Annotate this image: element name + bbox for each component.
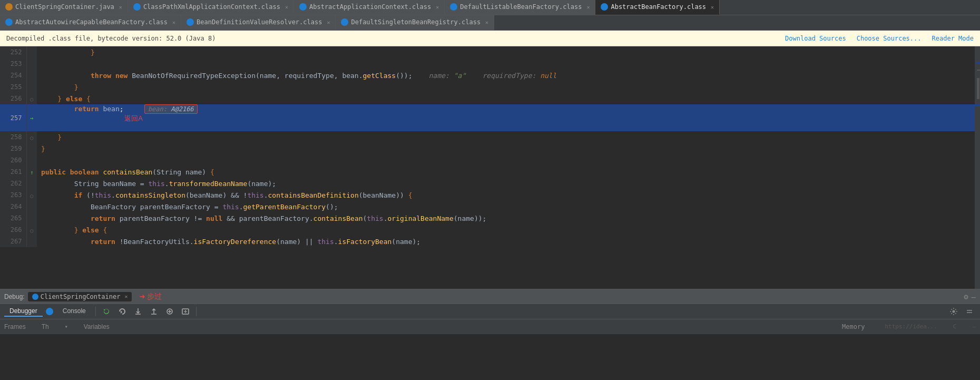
nav-forward[interactable]: — — [972, 323, 976, 330]
tab-abstractapp[interactable]: AbstractApplicationContext.class ✕ — [294, 0, 445, 15]
line-number: 255 — [0, 81, 26, 93]
download-sources-link[interactable]: Download Sources — [785, 35, 846, 42]
session-close[interactable]: ✕ — [124, 294, 128, 299]
line-content: return parentBeanFactory != null && pare… — [37, 212, 980, 224]
tab-defaultsingleton[interactable]: DefaultSingletonBeanRegistry.class ✕ — [336, 15, 494, 30]
info-bar-actions: Download Sources Choose Sources... Reade… — [785, 35, 974, 42]
tab-abstractautowire[interactable]: AbstractAutowireCapableBeanFactory.class… — [0, 15, 181, 30]
tab-abstractbean[interactable]: AbstractBeanFactory.class ✕ — [595, 0, 720, 15]
line-gutter: ○ — [26, 224, 37, 236]
line-gutter — [26, 212, 37, 224]
line-number: 254 — [0, 70, 26, 81]
tab-close-btn[interactable]: ✕ — [285, 4, 288, 10]
line-gutter — [26, 46, 37, 58]
reader-mode-link[interactable]: Reader Mode — [932, 35, 974, 42]
scrollbar-thumb[interactable] — [977, 78, 979, 99]
frames-header: Frames — [4, 323, 26, 330]
line-gutter: ○ — [26, 93, 37, 104]
line-gutter: ↑ — [26, 166, 37, 178]
debug-label: Debug: — [4, 293, 25, 300]
table-row: 256 ○ } else { — [0, 93, 980, 104]
variables-header: Variables — [84, 323, 110, 330]
scroll-position-marker — [975, 104, 980, 106]
line-gutter — [26, 81, 37, 93]
debug-toolbar: Debugger Console — [0, 304, 980, 319]
stepover-label: 步过 — [147, 292, 162, 301]
line-number: 253 — [0, 58, 26, 70]
tab-close-btn[interactable]: ✕ — [586, 4, 590, 10]
class-file-icon — [450, 3, 457, 11]
line-number: 259 — [0, 143, 26, 154]
table-row: 265 return parentBeanFactory != null && … — [0, 212, 980, 224]
table-row-highlighted: 257 → return bean; bean: A@2166 返回A — [0, 104, 980, 131]
settings-btn[interactable] — [947, 306, 960, 317]
svg-point-2 — [953, 310, 955, 313]
minimize-icon[interactable]: — — [972, 293, 976, 301]
step-restart-btn[interactable] — [100, 306, 113, 317]
tab-close-btn[interactable]: ✕ — [485, 20, 488, 25]
arrow-icon: ➜ — [139, 291, 145, 302]
line-number: 265 — [0, 212, 26, 224]
tab-beandefinition[interactable]: BeanDefinitionValueResolver.class ✕ — [181, 15, 336, 30]
tab-classpathxml[interactable]: ClassPathXmlApplicationContext.class ✕ — [128, 0, 294, 15]
java-file-icon — [5, 3, 13, 11]
line-gutter — [26, 70, 37, 81]
tab-defaultlistable[interactable]: DefaultListableBeanFactory.class ✕ — [445, 0, 595, 15]
nav-back[interactable]: C — [953, 323, 957, 330]
line-content: return !BeanFactoryUtils.isFactoryDerefe… — [37, 236, 980, 247]
line-content: public boolean containsBean(String name)… — [37, 166, 980, 178]
line-number: 260 — [0, 154, 26, 166]
toolbar-separator — [95, 307, 96, 316]
table-row: 252 } — [0, 46, 980, 58]
line-gutter — [26, 143, 37, 154]
line-content: if (!this.containsSingleton(beanName) &&… — [37, 189, 980, 201]
tab-close-btn[interactable]: ✕ — [711, 4, 714, 10]
gutter-icon: ↑ — [30, 169, 34, 176]
step-into-btn[interactable] — [132, 306, 144, 317]
table-row: 262 String beanName = this.transformedBe… — [0, 178, 980, 189]
line-number: 258 — [0, 131, 26, 143]
tab-clientspring[interactable]: ClientSpringContainer.java ✕ — [0, 0, 128, 15]
expand-icon[interactable]: ▾ — [65, 324, 68, 329]
debugger-tab[interactable]: Debugger — [4, 306, 43, 317]
step-out-btn[interactable] — [148, 306, 160, 317]
step-over-btn[interactable] — [116, 306, 129, 317]
url-hint: https://idea... — [885, 323, 937, 330]
table-row: 264 BeanFactory parentBeanFactory = this… — [0, 201, 980, 212]
tab-close-btn[interactable]: ✕ — [436, 4, 439, 10]
gear-icon[interactable]: ⚙ — [964, 293, 968, 301]
debug-session-tab[interactable]: ClientSpringContainer ✕ — [28, 292, 132, 301]
class-file-icon — [5, 18, 13, 26]
tab-close-btn[interactable]: ✕ — [327, 20, 330, 25]
table-row: 260 — [0, 154, 980, 166]
line-content: } — [37, 81, 980, 93]
table-row: 263 ○ if (!this.containsSingleton(beanNa… — [0, 189, 980, 201]
scrollbar-track[interactable] — [975, 46, 980, 289]
scroll-marker-highlight — [976, 62, 980, 64]
line-number: 266 — [0, 224, 26, 236]
line-gutter — [26, 236, 37, 247]
tab-close-btn[interactable]: ✕ — [172, 20, 175, 25]
line-number: 263 — [0, 189, 26, 201]
table-row: 254 throw new BeanNotOfRequiredTypeExcep… — [0, 70, 980, 81]
line-content: } — [37, 131, 980, 143]
line-number: 267 — [0, 236, 26, 247]
line-content — [37, 154, 980, 166]
th-header: Th — [42, 323, 49, 330]
choose-sources-link[interactable]: Choose Sources... — [857, 35, 922, 42]
line-gutter — [26, 58, 37, 70]
code-table: 252 } 253 254 throw new BeanNotOfRequire… — [0, 46, 980, 247]
run-to-cursor-btn[interactable] — [163, 306, 176, 317]
line-number: 252 — [0, 46, 26, 58]
panel-minimize-btn[interactable] — [963, 306, 976, 317]
toolbar-separator — [196, 307, 197, 316]
console-tab[interactable]: Console — [57, 306, 91, 317]
class-file-icon — [601, 3, 608, 11]
evaluate-btn[interactable] — [179, 306, 192, 317]
table-row: 259 } — [0, 143, 980, 154]
tab-close-btn[interactable]: ✕ — [119, 4, 122, 10]
scroll-marker — [977, 70, 980, 71]
stepover-annotation-container: ➜ 步过 — [139, 291, 162, 302]
class-file-icon — [299, 3, 307, 11]
line-content: } else { — [37, 224, 980, 236]
